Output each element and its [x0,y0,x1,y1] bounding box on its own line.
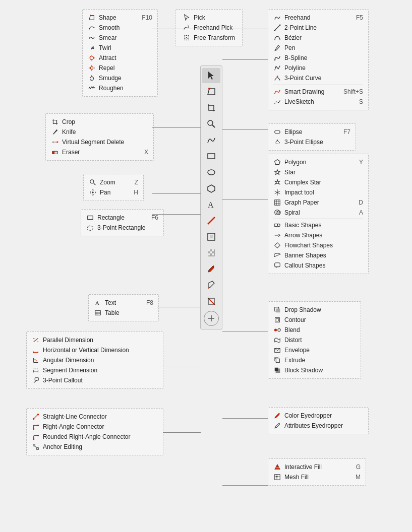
segment-dim-item[interactable]: Segment Dimension [32,365,158,375]
parallel-dim-item[interactable]: Parallel Dimension [32,335,158,345]
distort-item[interactable]: Distort [273,335,356,345]
3point-ellipse-item[interactable]: 3-Point Ellipse [273,137,350,147]
table-item[interactable]: Table [94,308,153,318]
svg-point-70 [276,476,278,478]
graph-paper-item[interactable]: Graph Paper D [273,197,363,208]
toolbar-transparency[interactable] [202,245,220,260]
horiz-vert-dim-item[interactable]: Horizontal or Vertical Dimension [32,345,158,355]
svg-rect-74 [208,154,215,159]
straight-connector-item[interactable]: Straight-Line Connector [32,412,158,422]
polygon-item[interactable]: Polygon Y [273,157,363,167]
repel-item[interactable]: Repel [88,63,152,73]
basic-shapes-item[interactable]: Basic Shapes [273,220,363,230]
svg-marker-76 [208,185,215,192]
freehand-item[interactable]: Freehand F5 [273,13,363,23]
twirl-item[interactable]: Twirl [88,43,152,53]
smart-drawing-item[interactable]: Smart Drawing Shift+S [273,87,363,97]
shape-item[interactable]: Shape F10 [88,13,152,23]
livesketch-item[interactable]: LiveSketch S [273,97,363,107]
svg-rect-22 [275,200,280,206]
3point-callout-icon [32,376,40,384]
3point-curve-item[interactable]: 3-Point Curve [273,73,363,83]
freehand-pick-item[interactable]: Freehand Pick [183,23,235,33]
zoom-item[interactable]: Zoom Z [89,177,138,187]
toolbar-select[interactable] [202,68,220,83]
3point-callout-item[interactable]: 3-Point Callout [32,375,158,385]
eraser-item[interactable]: Eraser X [51,147,148,157]
toolbar-crop[interactable] [202,100,220,115]
bspline-icon [273,54,281,62]
toolbar-text[interactable]: A [202,197,220,212]
svg-line-65 [34,446,38,448]
extrude-item[interactable]: Extrude [273,355,356,365]
anchor-editing-item[interactable]: Anchor Editing [32,442,158,452]
smear-item[interactable]: Smear [88,33,152,43]
toolbar-eyedropper[interactable] [202,261,220,277]
color-eyedropper-item[interactable]: Color Eyedropper [273,411,363,421]
rounded-connector-item[interactable]: Rounded Right-Angle Connector [32,432,158,442]
blend-item[interactable]: Blend [273,325,356,335]
roughen-item[interactable]: Roughen [88,83,152,93]
text-flyout: A Text F8 Table [88,294,159,321]
connector-flyout: Straight-Line Connector Right-Angle Conn… [26,408,163,455]
smooth-icon [88,24,96,32]
rectangle-item[interactable]: Rectangle F6 [86,213,158,223]
polygon-connector-line [222,199,268,200]
free-transform-item[interactable]: Free Transform [183,33,235,43]
spiral-item[interactable]: Spiral A [273,208,363,218]
block-shadow-item[interactable]: Block Shadow [273,365,356,375]
toolbar-clear-fill[interactable] [202,294,220,309]
toolbar-zoom[interactable] [202,116,220,131]
banner-shapes-item[interactable]: Banner Shapes [273,250,363,260]
callout-shapes-item[interactable]: Callout Shapes [273,260,363,271]
virtual-segment-item[interactable]: Virtual Segment Delete [51,137,148,147]
svg-line-10 [275,25,280,31]
text-item[interactable]: A Text F8 [94,298,153,308]
knife-item[interactable]: Knife [51,127,148,137]
attract-item[interactable]: Attract [88,53,152,63]
star-icon [273,168,281,176]
smooth-item[interactable]: Smooth [88,23,152,33]
bezier-item[interactable]: Bézier [273,33,363,43]
complex-star-item[interactable]: Complex Star [273,177,363,187]
svg-point-12 [279,24,281,26]
crop-item[interactable]: Crop [51,117,148,127]
mesh-fill-item[interactable]: Mesh Fill M [273,472,361,482]
toolbar-add[interactable] [204,311,219,326]
drop-shadow-item[interactable]: Drop Shadow [273,305,356,315]
envelope-item[interactable]: Envelope [273,345,356,355]
svg-line-78 [208,217,215,224]
pan-item[interactable]: Pan H [89,187,138,197]
pick-item[interactable]: Pick [183,13,235,23]
pen-item[interactable]: Pen [273,43,363,53]
interactive-fill-item[interactable]: Interactive Fill G [273,462,361,472]
impact-item[interactable]: Impact tool [273,187,363,197]
toolbar-line[interactable] [202,213,220,228]
svg-point-3 [90,66,93,69]
toolbar-rectangle[interactable] [202,149,220,164]
right-angle-connector-icon [32,423,40,431]
toolbar-interactive[interactable] [202,229,220,244]
toolbar-ellipse[interactable] [202,165,220,180]
arrow-shapes-item[interactable]: Arrow Shapes [273,230,363,240]
drop-shadow-icon [273,306,281,314]
smudge-item[interactable]: Smudge [88,73,152,83]
toolbar-fill-paint[interactable] [202,278,220,293]
impact-icon [273,188,281,196]
ellipse-item[interactable]: Ellipse F7 [273,127,350,137]
polyline-item[interactable]: Polyline [273,63,363,73]
contour-item[interactable]: Contour [273,315,356,325]
toolbar-freehand-curve[interactable] [202,132,220,148]
toolbar-polygon[interactable] [202,181,220,196]
bspline-item[interactable]: B-Spline [273,53,363,63]
3point-rect-item[interactable]: 3-Point Rectangle [86,223,158,233]
shape-connector-line [152,29,201,29]
right-angle-connector-item[interactable]: Right-Angle Connector [32,422,158,432]
star-item[interactable]: Star [273,167,363,177]
flowchart-shapes-item[interactable]: Flowchart Shapes [273,240,363,250]
2point-line-item[interactable]: 2-Point Line [273,23,363,33]
attributes-eyedropper-item[interactable]: Attributes Eyedropper [273,421,363,431]
eyedropper-connector-line [222,418,268,419]
angular-dim-item[interactable]: Angular Dimension [32,355,158,365]
toolbar-shape[interactable] [202,84,220,99]
